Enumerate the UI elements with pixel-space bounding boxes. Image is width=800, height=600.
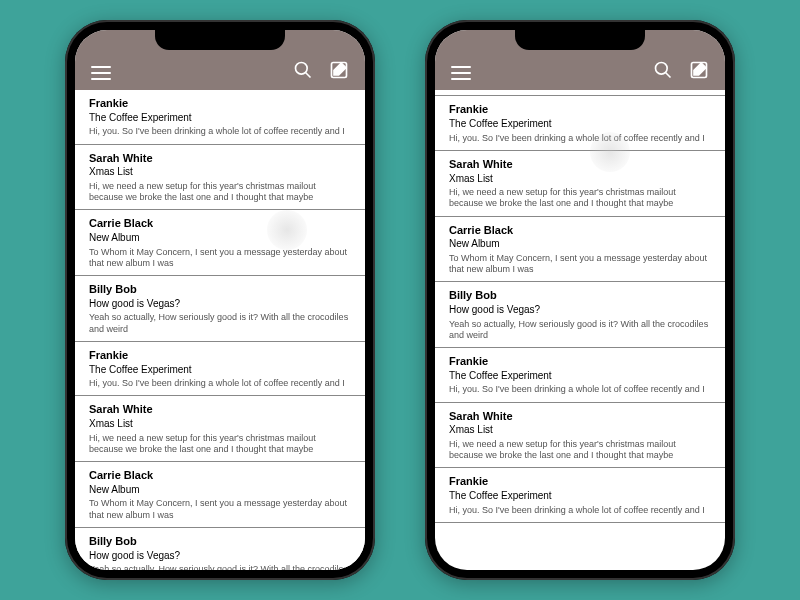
message-preview: Hi, you. So I've been drinking a whole l… [89, 378, 351, 389]
message-sender: Frankie [449, 355, 711, 369]
message-subject: Xmas List [89, 166, 351, 179]
message-subject: New Album [449, 238, 711, 251]
message-preview: Hi, we need a new setup for this year's … [89, 433, 351, 456]
message-subject: Xmas List [89, 418, 351, 431]
message-sender: Frankie [89, 349, 351, 363]
message-subject: New Album [89, 484, 351, 497]
message-row[interactable]: FrankieThe Coffee ExperimentHi, you. So … [435, 468, 725, 523]
message-row[interactable]: FrankieThe Coffee ExperimentHi, you. So … [75, 342, 365, 397]
message-sender: Sarah White [449, 158, 711, 172]
svg-line-4 [666, 73, 671, 78]
message-preview: Hi, we need a new setup for this year's … [89, 181, 351, 204]
message-row[interactable]: FrankieThe Coffee ExperimentHi, you. So … [435, 348, 725, 403]
search-icon[interactable] [653, 60, 673, 80]
message-preview: Hi, you. So I've been drinking a whole l… [449, 133, 711, 144]
message-row[interactable]: FrankieThe Coffee ExperimentHi, you. So … [435, 96, 725, 151]
svg-point-3 [656, 63, 668, 75]
message-subject: The Coffee Experiment [449, 118, 711, 131]
message-sender: Carrie Black [89, 217, 351, 231]
message-subject: Xmas List [449, 424, 711, 437]
svg-line-1 [306, 73, 311, 78]
phone-right: How seriously good is it? With all the c… [425, 20, 735, 580]
message-sender: Sarah White [449, 410, 711, 424]
message-row[interactable]: Billy BobHow good is Vegas?Yeah so actua… [75, 276, 365, 342]
message-row[interactable]: Sarah WhiteXmas ListHi, we need a new se… [435, 403, 725, 469]
svg-point-0 [296, 63, 308, 75]
message-sender: Carrie Black [89, 469, 351, 483]
message-sender: Frankie [449, 475, 711, 489]
message-row[interactable]: Sarah WhiteXmas ListHi, we need a new se… [75, 396, 365, 462]
message-row[interactable]: Sarah WhiteXmas ListHi, we need a new se… [75, 145, 365, 211]
message-subject: New Album [89, 232, 351, 245]
menu-icon[interactable] [91, 66, 111, 80]
message-preview: Yeah so actually, How seriously good is … [89, 564, 351, 570]
message-preview: Hi, you. So I've been drinking a whole l… [89, 126, 351, 137]
message-sender: Sarah White [89, 152, 351, 166]
message-subject: How good is Vegas? [89, 550, 351, 563]
screen-left: FrankieThe Coffee ExperimentHi, you. So … [75, 30, 365, 570]
message-sender: Carrie Black [449, 224, 711, 238]
header-actions [293, 60, 349, 80]
message-row[interactable]: Carrie BlackNew AlbumTo Whom it May Conc… [75, 462, 365, 528]
message-subject: How good is Vegas? [449, 304, 711, 317]
message-sender: Billy Bob [89, 283, 351, 297]
message-subject: How good is Vegas? [89, 298, 351, 311]
message-preview: To Whom it May Concern, I sent you a mes… [89, 247, 351, 270]
header-actions [653, 60, 709, 80]
message-list[interactable]: How seriously good is it? With all the c… [435, 90, 725, 570]
message-preview: Hi, we need a new setup for this year's … [449, 187, 711, 210]
message-row[interactable]: Billy BobHow good is Vegas?Yeah so actua… [435, 282, 725, 348]
screen-right: How seriously good is it? With all the c… [435, 30, 725, 570]
message-sender: Frankie [89, 97, 351, 111]
message-row[interactable]: Sarah WhiteXmas ListHi, we need a new se… [435, 151, 725, 217]
menu-icon[interactable] [451, 66, 471, 80]
message-preview: Hi, you. So I've been drinking a whole l… [449, 505, 711, 516]
message-row[interactable]: Carrie BlackNew AlbumTo Whom it May Conc… [435, 217, 725, 283]
compose-icon[interactable] [689, 60, 709, 80]
message-subject: The Coffee Experiment [449, 370, 711, 383]
message-preview: Hi, you. So I've been drinking a whole l… [449, 384, 711, 395]
message-row[interactable]: Carrie BlackNew AlbumTo Whom it May Conc… [75, 210, 365, 276]
message-subject: Xmas List [449, 173, 711, 186]
message-list[interactable]: FrankieThe Coffee ExperimentHi, you. So … [75, 90, 365, 570]
message-row[interactable]: FrankieThe Coffee ExperimentHi, you. So … [75, 90, 365, 145]
compose-icon[interactable] [329, 60, 349, 80]
message-preview: Yeah so actually, How seriously good is … [89, 312, 351, 335]
message-sender: Frankie [449, 103, 711, 117]
message-preview: To Whom it May Concern, I sent you a mes… [449, 253, 711, 276]
message-subject: The Coffee Experiment [89, 364, 351, 377]
message-subject: The Coffee Experiment [449, 490, 711, 503]
message-sender: Billy Bob [89, 535, 351, 549]
device-notch [515, 28, 645, 50]
device-notch [155, 28, 285, 50]
search-icon[interactable] [293, 60, 313, 80]
message-sender: Billy Bob [449, 289, 711, 303]
message-sender: Sarah White [89, 403, 351, 417]
message-preview: To Whom it May Concern, I sent you a mes… [89, 498, 351, 521]
message-row[interactable]: Billy BobHow good is Vegas?Yeah so actua… [75, 528, 365, 570]
message-preview: Yeah so actually, How seriously good is … [449, 319, 711, 342]
phone-left: FrankieThe Coffee ExperimentHi, you. So … [65, 20, 375, 580]
message-preview: Hi, we need a new setup for this year's … [449, 439, 711, 462]
message-subject: The Coffee Experiment [89, 112, 351, 125]
